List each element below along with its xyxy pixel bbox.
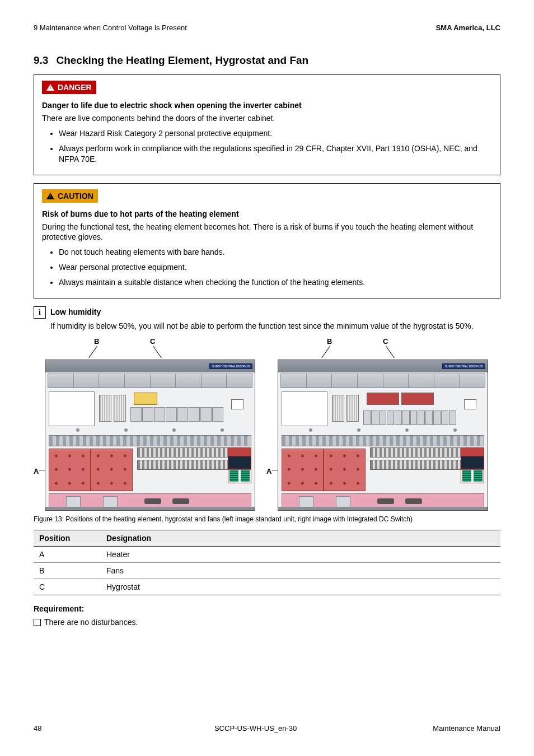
list-item: Do not touch heating elements with bare … (59, 247, 492, 258)
table-cell: B (34, 562, 101, 578)
nameplate: SUNNY CENTRAL 800CP-US (209, 363, 252, 369)
checkbox-icon (34, 619, 41, 626)
caution-callout: CAUTION Risk of burns due to hot parts o… (34, 183, 500, 298)
list-item: Wear personal protective equipment. (59, 262, 492, 273)
caution-bullet-list: Do not touch heating elements with bare … (42, 247, 492, 288)
warning-triangle-icon (46, 193, 54, 199)
table-cell: A (34, 546, 101, 562)
page-footer: 48 SCCP-US-WH-US_en-30 Maintenance Manua… (34, 724, 500, 732)
table-row: A Heater (34, 546, 500, 562)
danger-label: DANGER (58, 83, 92, 92)
position-table: Position Designation A Heater B Fans C H… (34, 530, 500, 595)
leader-line (153, 346, 162, 358)
schematic-right: B C A SUNNY CENTRAL 800CP-US (266, 337, 488, 511)
figure-label-b: B (327, 337, 332, 346)
header-right: SMA America, LLC (436, 24, 500, 32)
list-item: Always maintain a suitable distance when… (59, 277, 492, 288)
figure-label-b: B (94, 337, 99, 346)
danger-bullet-list: Wear Hazard Risk Category 2 personal pro… (42, 128, 492, 165)
nameplate: SUNNY CENTRAL 800CP-US (442, 363, 485, 369)
page-number: 48 (34, 724, 78, 732)
requirement-item: There are no disturbances. (34, 618, 500, 627)
table-cell: Fans (101, 562, 500, 578)
section-title-text: Checking the Heating Element, Hygrostat … (56, 54, 308, 66)
caution-badge: CAUTION (42, 189, 98, 203)
caution-label: CAUTION (58, 192, 93, 200)
danger-badge: DANGER (42, 81, 96, 94)
table-cell: C (34, 578, 101, 595)
danger-callout: DANGER Danger to life due to electric sh… (34, 74, 500, 175)
list-item: Wear Hazard Risk Category 2 personal pro… (59, 128, 492, 139)
leader-line (88, 346, 97, 358)
warning-triangle-icon (46, 84, 54, 91)
info-note: i Low humidity (34, 306, 500, 319)
info-body: If humidity is below 50%, you will not b… (50, 321, 500, 332)
header-left: 9 Maintenance when Control Voltage is Pr… (34, 24, 187, 32)
info-icon: i (34, 306, 46, 319)
caution-heading: Risk of burns due to hot parts of the he… (42, 209, 492, 218)
table-cell: Hygrostat (101, 578, 500, 595)
requirement-heading: Requirement: (34, 604, 500, 613)
table-header: Designation (101, 530, 500, 546)
figure-label-c: C (383, 337, 388, 346)
section-heading: 9.3Checking the Heating Element, Hygrost… (34, 54, 500, 67)
info-heading: Low humidity (50, 306, 101, 316)
figure-caption: Figure 13: Positions of the heating elem… (34, 515, 500, 523)
doc-id: SCCP-US-WH-US_en-30 (214, 724, 297, 732)
table-cell: Heater (101, 546, 500, 562)
table-row: B Fans (34, 562, 500, 578)
figure-label-c: C (150, 337, 155, 346)
leader-line (321, 346, 330, 358)
table-header: Position (34, 530, 101, 546)
cabinet-drawing: SUNNY CENTRAL 800CP-US ✷✷✷✷✷✷✷✷✷ (45, 360, 255, 511)
section-number: 9.3 (34, 54, 48, 66)
danger-body: There are live components behind the doo… (42, 113, 492, 124)
schematic-left: B C A SUNNY CENTRAL 800CP-US (34, 337, 255, 511)
requirement-text: There are no disturbances. (44, 618, 138, 627)
cabinet-drawing: SUNNY CENTRAL 800CP-US (278, 360, 488, 511)
danger-heading: Danger to life due to electric shock whe… (42, 101, 492, 110)
figure-label-a: A (266, 467, 271, 475)
caution-body: During the functional test, the heating … (42, 222, 492, 243)
doc-title: Maintenance Manual (433, 724, 500, 732)
figure-label-a: A (34, 467, 39, 475)
table-row: C Hygrostat (34, 578, 500, 595)
list-item: Always perform work in compliance with t… (59, 143, 492, 165)
leader-line (386, 346, 395, 358)
figure-row: B C A SUNNY CENTRAL 800CP-US (34, 337, 500, 511)
page-header: 9 Maintenance when Control Voltage is Pr… (34, 24, 500, 32)
